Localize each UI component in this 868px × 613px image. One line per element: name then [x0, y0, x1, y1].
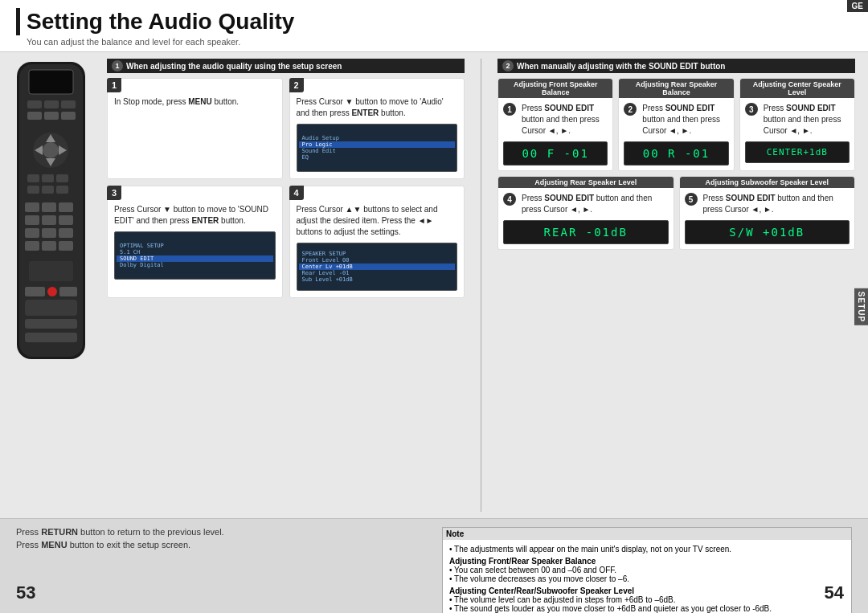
- front-balance-header: Adjusting Front Speaker Balance: [498, 79, 612, 98]
- note-title: Note: [443, 528, 851, 540]
- svg-rect-5: [61, 100, 76, 108]
- rear-level-text: Press SOUND EDIT button and then press C…: [522, 193, 669, 215]
- footer: Press RETURN button to return to the pre…: [0, 518, 868, 613]
- method1-num: 1: [112, 60, 123, 72]
- rear-balance-content: 2 Press SOUND EDIT button and then press…: [624, 103, 728, 137]
- center-level-box: Adjusting Center Speaker Level 3 Press S…: [739, 78, 855, 171]
- note-front-rear-1: • You can select between 00 and –06 and …: [449, 566, 845, 574]
- svg-rect-32: [59, 241, 73, 251]
- step2-num: 2: [289, 78, 304, 92]
- title-bar: [16, 8, 20, 35]
- step3-text: Press Cursor ▼ button to move to 'SOUND …: [114, 204, 276, 227]
- svg-rect-28: [42, 228, 56, 238]
- rear-level-content: 4 Press SOUND EDIT button and then press…: [503, 193, 669, 215]
- panel-divider: [481, 59, 481, 512]
- svg-point-10: [43, 142, 59, 158]
- rear-balance-stepnum: 2: [624, 103, 637, 116]
- setup-badge: SETUP: [854, 288, 868, 325]
- center-level-text: Press SOUND EDIT button and then press C…: [764, 103, 850, 137]
- method2-container: 2 When manually adjusting with the SOUND…: [497, 59, 855, 512]
- step1-box: 1 In Stop mode, press MENU button.: [107, 78, 283, 179]
- step2-screen-content: Audio Setup Pro Logic Sound Edit EQ: [297, 133, 457, 162]
- svg-rect-4: [44, 100, 59, 108]
- sub-level-box: Adjusting Subwoofer Speaker Level 5 Pres…: [679, 176, 856, 250]
- svg-rect-7: [44, 112, 59, 120]
- remote-svg: [13, 62, 89, 359]
- step2-text: Press Cursor ▼ button to move to 'Audio'…: [297, 96, 458, 119]
- footer-right: Note • The adjustments will appear on th…: [442, 527, 852, 613]
- rear-level-box: Adjusting Rear Speaker Level 4 Press SOU…: [497, 176, 674, 250]
- step3-screen: OPTIMAL SETUP 5.1 CH SOUND EDIT Dolby Di…: [114, 231, 276, 280]
- method2-header: 2 When manually adjusting with the SOUND…: [497, 59, 855, 73]
- svg-rect-37: [25, 300, 77, 316]
- sub-level-header: Adjusting Subwoofer Speaker Level: [680, 177, 855, 188]
- front-balance-box: Adjusting Front Speaker Balance 1 Press …: [497, 78, 613, 171]
- speaker-grid-top: Adjusting Front Speaker Balance 1 Press …: [497, 78, 855, 171]
- svg-rect-3: [27, 100, 42, 108]
- method2-header-text: When manually adjusting with the SOUND E…: [517, 62, 725, 71]
- note-center-sub-2: • The sound gets louder as you move clos…: [449, 604, 845, 613]
- center-level-content: 3 Press SOUND EDIT button and then press…: [745, 103, 850, 137]
- front-balance-display: 00 F -01: [503, 141, 608, 166]
- main-content: 1 When adjusting the audio quality using…: [0, 52, 868, 518]
- step3-num: 3: [107, 186, 121, 200]
- step3-box: 3 Press Cursor ▼ button to move to 'SOUN…: [107, 186, 283, 298]
- step1-text: In Stop mode, press MENU button.: [114, 96, 276, 108]
- svg-rect-8: [61, 112, 76, 120]
- rear-balance-box: Adjusting Rear Speaker Balance 2 Press S…: [618, 78, 734, 171]
- sub-level-text: Press SOUND EDIT button and then press C…: [703, 193, 850, 215]
- rear-balance-display: 00 R -01: [624, 141, 728, 166]
- svg-rect-30: [25, 241, 39, 251]
- method1-container: 1 When adjusting the audio quality using…: [107, 59, 465, 512]
- ge-badge: GE: [847, 0, 868, 12]
- method2-num: 2: [502, 60, 514, 72]
- svg-rect-26: [59, 215, 73, 225]
- center-level-display: CENTER+1dB: [745, 141, 850, 163]
- page-num-left: 53: [16, 582, 35, 603]
- note-box: Note • The adjustments will appear on th…: [442, 527, 852, 613]
- method1-grid: 1 In Stop mode, press MENU button. 2 Pre…: [107, 78, 465, 298]
- note-front-rear-title: Adjusting Front/Rear Speaker Balance: [449, 557, 845, 566]
- method1-header-text: When adjusting the audio quality using t…: [126, 62, 342, 71]
- front-balance-text: Press SOUND EDIT button and then press C…: [522, 103, 608, 137]
- page-title: Setting the Audio Quality: [27, 9, 294, 35]
- step2-screen: Audio Setup Pro Logic Sound Edit EQ: [297, 124, 458, 172]
- sub-level-content: 5 Press SOUND EDIT button and then press…: [685, 193, 850, 215]
- sub-level-stepnum: 5: [685, 193, 698, 206]
- svg-rect-33: [29, 261, 73, 281]
- page-container: Setting the Audio Quality You can adjust…: [0, 0, 868, 613]
- step2-box: 2 Press Cursor ▼ button to move to 'Audi…: [289, 78, 465, 179]
- sub-level-display: S/W +01dB: [685, 220, 850, 244]
- front-balance-stepnum: 1: [503, 103, 516, 116]
- svg-rect-22: [42, 202, 56, 212]
- svg-rect-6: [27, 112, 42, 120]
- svg-rect-20: [56, 186, 68, 194]
- method1-header: 1 When adjusting the audio quality using…: [107, 59, 465, 73]
- page-header: Setting the Audio Quality You can adjust…: [0, 0, 868, 52]
- note-front-rear-2: • The volume decreases as you move close…: [449, 574, 845, 583]
- svg-rect-2: [29, 70, 73, 94]
- step4-num: 4: [289, 186, 304, 200]
- menu-text: Press MENU button to exit the setup scre…: [16, 540, 426, 550]
- svg-rect-31: [42, 241, 56, 251]
- svg-rect-17: [56, 174, 68, 182]
- step4-box: 4 Press Cursor ▲▼ buttons to select and …: [289, 186, 465, 298]
- step1-num: 1: [107, 78, 121, 92]
- svg-rect-27: [25, 228, 39, 238]
- svg-rect-35: [47, 287, 57, 296]
- rear-balance-text: Press SOUND EDIT button and then press C…: [642, 103, 728, 137]
- page-num-right: 54: [825, 582, 844, 603]
- remote-control: [13, 59, 97, 512]
- center-level-stepnum: 3: [745, 103, 758, 116]
- step4-text: Press Cursor ▲▼ buttons to select and ad…: [297, 204, 458, 238]
- speaker-grid-bottom: Adjusting Rear Speaker Level 4 Press SOU…: [497, 176, 855, 250]
- return-text: Press RETURN button to return to the pre…: [16, 527, 426, 537]
- svg-rect-19: [42, 186, 54, 194]
- svg-rect-23: [59, 202, 73, 212]
- page-title-container: Setting the Audio Quality: [16, 8, 852, 35]
- center-level-header: Adjusting Center Speaker Level: [740, 79, 854, 98]
- footer-left: Press RETURN button to return to the pre…: [16, 527, 426, 553]
- rear-level-stepnum: 4: [503, 193, 516, 206]
- rear-level-display: REAR -01dB: [503, 220, 669, 244]
- front-balance-content: 1 Press SOUND EDIT button and then press…: [503, 103, 608, 137]
